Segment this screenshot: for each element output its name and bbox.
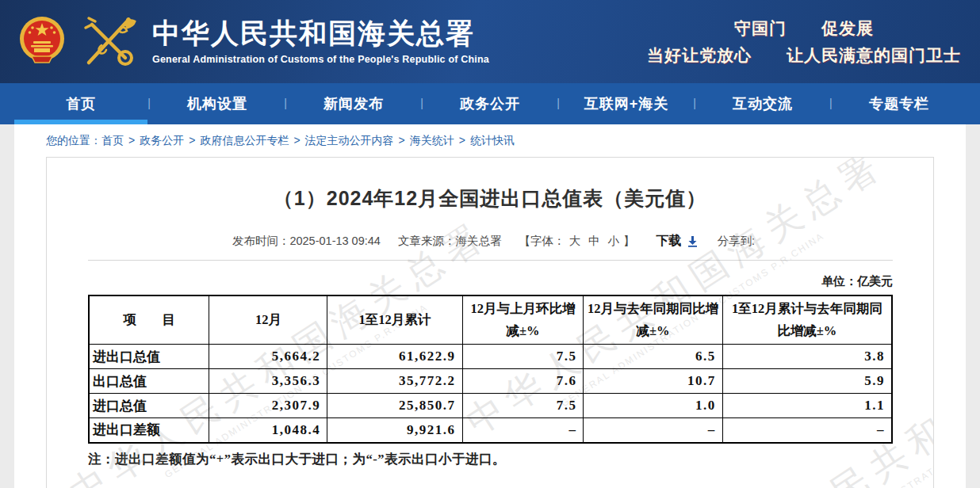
nav-item[interactable]: 机构设置 [151, 83, 284, 124]
nav-item-label: 新闻发布 [323, 94, 384, 113]
import-export-table: 项 目12月1至12月累计12月与上月环比增减±%12月与去年同期同比增减±%1… [88, 295, 893, 444]
nav-item-label: 机构设置 [187, 94, 247, 113]
article-source: 文章来源：海关总署 [398, 234, 502, 247]
site-title: 中华人民共和国海关总署 [152, 18, 489, 50]
font-size-control: 【字体：大中小】 [519, 234, 634, 247]
nav-item[interactable]: 互联网+海关 [560, 83, 693, 124]
breadcrumb-links: 首页>政务公开>政府信息公开专栏>法定主动公开内容>海关统计>统计快讯 [101, 134, 515, 147]
value-cell: 7.5 [462, 345, 584, 369]
table-note: 注：进出口差额值为“+”表示出口大于进口；为“-”表示出口小于进口。 [88, 451, 933, 468]
table-row: 出口总值3,356.335,772.27.610.75.9 [89, 369, 892, 394]
value-cell: 61,622.9 [327, 345, 462, 369]
main-nav: 首页|机构设置|新闻发布|政务公开|互联网+海关|互动交流|专题专栏 [0, 83, 980, 124]
value-cell: 1.0 [584, 394, 722, 418]
breadcrumb-prefix: 您的位置： [46, 134, 101, 147]
table-header-cell: 项 目 [89, 295, 209, 345]
nav-item-label: 首页 [66, 94, 96, 113]
row-label-cell: 进出口总值 [89, 345, 209, 369]
site-header: 中华人民共和国海关总署 General Administration of Cu… [0, 0, 980, 83]
content-area: 您的位置：首页>政务公开>政府信息公开专栏>法定主动公开内容>海关统计>统计快讯… [14, 124, 966, 488]
nav-item[interactable]: 首页 [14, 83, 147, 124]
header-slogan: 守国门 促发展 当好让党放心 让人民满意的国门卫士 [647, 17, 961, 67]
table-row: 进出口总值5,664.261,622.97.56.53.8 [89, 345, 892, 369]
breadcrumb-separator: > [293, 134, 300, 147]
table-header-cell: 1至12月累计 [327, 295, 462, 345]
nav-item[interactable]: 政务公开 [423, 83, 557, 124]
value-cell: – [462, 418, 584, 443]
table-row: 进出口差额1,048.49,921.6––– [89, 418, 892, 443]
article-meta: 发布时间：2025-01-13 09:44 文章来源：海关总署 【字体：大中小】… [47, 233, 933, 250]
download-button[interactable]: 下载 [657, 234, 682, 247]
value-cell: 25,850.7 [327, 394, 462, 418]
breadcrumb-link[interactable]: 法定主动公开内容 [305, 134, 394, 147]
publish-time: 发布时间：2025-01-13 09:44 [232, 234, 381, 247]
breadcrumb-separator: > [459, 134, 465, 147]
nav-item[interactable]: 互动交流 [696, 83, 829, 124]
nav-items: 首页|机构设置|新闻发布|政务公开|互联网+海关|互动交流|专题专栏 [14, 83, 966, 124]
font-size-medium[interactable]: 中 [588, 234, 600, 247]
table-header-cell: 1至12月累计与去年同期同比增减±% [722, 295, 892, 345]
page-title: （1）2024年12月全国进出口总值表（美元值） [47, 185, 933, 212]
table-header-cell: 12月与去年同期同比增减±% [584, 295, 722, 345]
breadcrumb-link[interactable]: 统计快讯 [470, 134, 515, 147]
value-cell: – [722, 418, 892, 443]
row-label-cell: 进口总值 [89, 394, 209, 418]
font-size-small[interactable]: 小 [607, 234, 619, 247]
table-body: 进出口总值5,664.261,622.97.56.53.8出口总值3,356.3… [89, 345, 892, 443]
slogan-line-2: 当好让党放心 让人民满意的国门卫士 [647, 44, 961, 67]
national-emblem-icon [17, 15, 67, 69]
value-cell: 6.5 [584, 345, 722, 369]
unit-label: 单位：亿美元 [47, 274, 893, 289]
nav-item[interactable]: 新闻发布 [287, 83, 420, 124]
value-cell: 3.8 [722, 345, 892, 369]
nav-item-label: 政务公开 [460, 94, 520, 113]
value-cell: 5.9 [722, 369, 892, 394]
breadcrumb-separator: > [128, 134, 135, 147]
value-cell: 2,307.9 [209, 394, 327, 418]
nav-item-label: 互联网+海关 [584, 94, 669, 113]
article-box: 中华人民共和国海关总署 GENERAL ADMINISTRATION OF CU… [46, 157, 934, 488]
table-row: 进口总值2,307.925,850.77.51.01.1 [89, 394, 892, 418]
table-header-cell: 12月与上月环比增减±% [462, 295, 584, 345]
download-icon[interactable] [687, 235, 699, 247]
font-size-large[interactable]: 大 [568, 234, 580, 247]
breadcrumb-separator: > [189, 134, 195, 147]
share-label: 分享到: [718, 234, 756, 247]
meta-divider [88, 260, 893, 261]
value-cell: 35,772.2 [327, 369, 462, 394]
value-cell: 7.6 [462, 369, 584, 394]
value-cell: 10.7 [584, 369, 722, 394]
row-label-cell: 进出口差额 [89, 418, 209, 443]
value-cell: 1.1 [722, 394, 892, 418]
slogan-line-1: 守国门 促发展 [647, 17, 961, 40]
nav-item[interactable]: 专题专栏 [833, 83, 966, 124]
value-cell: – [584, 418, 722, 443]
breadcrumb-link[interactable]: 政府信息公开专栏 [200, 134, 289, 147]
value-cell: 3,356.3 [209, 369, 327, 394]
breadcrumb-link[interactable]: 首页 [101, 134, 124, 147]
breadcrumb-separator: > [399, 134, 405, 147]
breadcrumb-link[interactable]: 政务公开 [140, 134, 184, 147]
breadcrumb: 您的位置：首页>政务公开>政府信息公开专栏>法定主动公开内容>海关统计>统计快讯 [14, 124, 966, 157]
customs-logo-icon [78, 13, 140, 71]
row-label-cell: 出口总值 [89, 369, 209, 394]
value-cell: 1,048.4 [209, 418, 327, 443]
site-title-en: General Administration of Customs of the… [152, 54, 489, 65]
nav-item-label: 互动交流 [733, 94, 793, 113]
value-cell: 7.5 [462, 394, 584, 418]
breadcrumb-link[interactable]: 海关统计 [410, 134, 454, 147]
table-header-cell: 12月 [209, 295, 327, 345]
value-cell: 9,921.6 [327, 418, 462, 443]
table-header-row: 项 目12月1至12月累计12月与上月环比增减±%12月与去年同期同比增减±%1… [89, 295, 892, 345]
nav-item-label: 专题专栏 [869, 94, 929, 113]
font-control-close: 】 [623, 234, 635, 247]
font-control-open: 【字体： [519, 234, 565, 247]
value-cell: 5,664.2 [209, 345, 327, 369]
